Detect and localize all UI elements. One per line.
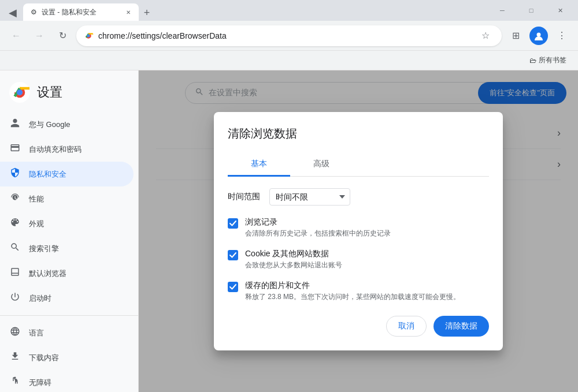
sidebar-item-performance[interactable]: 性能 — [0, 186, 134, 211]
search-icon — [9, 242, 21, 255]
svg-point-4 — [17, 89, 23, 95]
new-tab-button[interactable]: + — [139, 5, 155, 21]
checkbox-browse-history-check[interactable] — [228, 218, 238, 229]
sidebar-label-search: 搜索引擎 — [29, 244, 59, 254]
checkbox-cookies-check[interactable] — [228, 250, 238, 260]
person-icon — [9, 118, 21, 131]
sidebar-logo: 设置 — [0, 77, 138, 112]
autofill-icon — [9, 143, 21, 156]
chrome-logo-svg — [83, 31, 94, 41]
checkmark-icon — [229, 220, 236, 227]
active-tab[interactable]: ⚙ 设置 - 隐私和安全 ✕ — [23, 3, 139, 21]
profile-icon[interactable] — [529, 27, 548, 45]
tab-close-button[interactable]: ✕ — [124, 8, 133, 17]
svg-point-2 — [537, 32, 541, 36]
clear-data-button[interactable]: 清除数据 — [433, 316, 489, 337]
sidebar-item-downloads[interactable]: 下载内容 — [0, 345, 134, 370]
language-icon — [9, 326, 21, 339]
checkbox-browse-history: 浏览记录 会清除所有历史记录，包括搜索框中的历史记录 — [228, 217, 489, 238]
bookmarks-label: 所有书签 — [539, 55, 566, 65]
extensions-icon[interactable]: ⊞ — [506, 27, 525, 45]
modal-overlay: 清除浏览数据 基本 高级 时间范围 过去1小时 过去24小时 过去7天 过去4周… — [139, 70, 578, 392]
cancel-button[interactable]: 取消 — [386, 316, 427, 337]
bookmarks-folder[interactable]: 🗁 所有书签 — [525, 53, 571, 68]
main-content: 设置 您与 Google 自动填充和密码 隐私和安全 性能 — [0, 70, 578, 392]
cookies-desc: 会致使您从大多数网站退出账号 — [245, 260, 342, 270]
chrome-favicon — [83, 31, 94, 41]
cache-label: 缓存的图片和文件 — [245, 281, 460, 291]
bookmark-icon[interactable]: ☆ — [476, 27, 495, 45]
checkmark-icon-2 — [229, 252, 236, 259]
modal-title: 清除浏览数据 — [228, 126, 489, 141]
sidebar-item-google[interactable]: 您与 Google — [0, 112, 134, 137]
svg-point-1 — [87, 34, 90, 37]
sidebar-logo-text: 设置 — [37, 84, 62, 101]
tab-basic[interactable]: 基本 — [228, 153, 290, 177]
time-range-label: 时间范围 — [228, 192, 260, 202]
refresh-button[interactable]: ↻ — [53, 27, 72, 45]
bookmarks-bar: 🗁 所有书签 — [0, 51, 578, 70]
sidebar-item-language[interactable]: 语言 — [0, 320, 134, 345]
window-controls: ─ □ ✕ — [489, 2, 573, 19]
chrome-logo — [9, 82, 30, 103]
sidebar-item-appearance[interactable]: 外观 — [0, 211, 134, 236]
sidebar-item-search[interactable]: 搜索引擎 — [0, 236, 134, 261]
sidebar-label-appearance: 外观 — [29, 219, 44, 229]
maximize-button[interactable]: □ — [518, 2, 544, 19]
startup-icon — [9, 292, 21, 305]
menu-icon[interactable]: ⋮ — [553, 27, 571, 45]
sidebar: 设置 您与 Google 自动填充和密码 隐私和安全 性能 — [0, 70, 139, 392]
tab-advanced[interactable]: 高级 — [290, 153, 353, 177]
modal-tabs: 基本 高级 — [228, 153, 489, 177]
tab-title: 设置 - 隐私和安全 — [42, 8, 120, 17]
sidebar-item-privacy[interactable]: 隐私和安全 — [0, 162, 134, 186]
minimize-button[interactable]: ─ — [489, 2, 516, 19]
sidebar-label-accessibility: 无障碍 — [29, 378, 51, 388]
sidebar-item-startup[interactable]: 启动时 — [0, 286, 134, 311]
clear-browsing-data-modal: 清除浏览数据 基本 高级 时间范围 过去1小时 过去24小时 过去7天 过去4周… — [214, 112, 503, 350]
sidebar-label-default-browser: 默认浏览器 — [29, 268, 66, 279]
close-button[interactable]: ✕ — [547, 2, 573, 19]
checkbox-cache: 缓存的图片和文件 释放了 23.8 MB。当您下次访问时，某些网站的加载速度可能… — [228, 281, 489, 302]
address-bar: ← → ↻ chrome://settings/clearBrowserData… — [0, 21, 578, 51]
tab-favicon: ⚙ — [29, 8, 38, 17]
sidebar-item-default-browser[interactable]: 默认浏览器 — [0, 261, 134, 286]
address-right-icons: ☆ — [476, 27, 495, 45]
sidebar-label-autofill: 自动填充和密码 — [29, 144, 81, 155]
forward-button[interactable]: → — [30, 27, 49, 45]
back-button[interactable]: ← — [7, 27, 25, 45]
performance-icon — [9, 192, 21, 206]
sidebar-label-language: 语言 — [29, 328, 44, 338]
browse-history-desc: 会清除所有历史记录，包括搜索框中的历史记录 — [245, 229, 391, 238]
time-range-select[interactable]: 过去1小时 过去24小时 过去7天 过去4周 时间不限 — [269, 188, 350, 206]
sidebar-label-privacy: 隐私和安全 — [29, 169, 66, 180]
appearance-icon — [9, 217, 21, 230]
privacy-icon — [9, 167, 21, 181]
title-bar: ◀ ⚙ 设置 - 隐私和安全 ✕ + ─ □ ✕ — [0, 0, 578, 21]
checkbox-cookies: Cookie 及其他网站数据 会致使您从大多数网站退出账号 — [228, 249, 489, 270]
address-text: chrome://settings/clearBrowserData — [98, 31, 472, 40]
sidebar-label-downloads: 下载内容 — [29, 353, 59, 363]
folder-icon: 🗁 — [529, 57, 536, 65]
modal-footer: 取消 清除数据 — [228, 316, 489, 337]
accessibility-icon — [9, 376, 21, 389]
cookies-label: Cookie 及其他网站数据 — [245, 249, 342, 259]
sidebar-label-google: 您与 Google — [29, 120, 71, 130]
sidebar-label-performance: 性能 — [29, 194, 44, 204]
browser-icon — [9, 267, 21, 280]
sidebar-label-startup: 启动时 — [29, 293, 51, 304]
cache-desc: 释放了 23.8 MB。当您下次访问时，某些网站的加载速度可能会更慢。 — [245, 292, 460, 302]
new-tab-arrow[interactable]: ◀ — [5, 5, 21, 21]
sidebar-divider — [0, 315, 138, 316]
checkbox-cache-check[interactable] — [228, 282, 238, 292]
sidebar-item-accessibility[interactable]: 无障碍 — [0, 370, 134, 392]
tab-area: ◀ ⚙ 设置 - 隐私和安全 ✕ + — [5, 0, 489, 21]
time-range-row: 时间范围 过去1小时 过去24小时 过去7天 过去4周 时间不限 — [228, 188, 489, 206]
page-content: 在设置中搜索 前往"安全检查"页面 › › 清除浏览数据 — [139, 70, 578, 392]
browse-history-label: 浏览记录 — [245, 217, 391, 227]
downloads-icon — [9, 351, 21, 364]
sidebar-item-autofill[interactable]: 自动填充和密码 — [0, 137, 134, 162]
checkmark-icon-3 — [229, 283, 236, 290]
address-input-wrap[interactable]: chrome://settings/clearBrowserData ☆ — [76, 25, 502, 46]
